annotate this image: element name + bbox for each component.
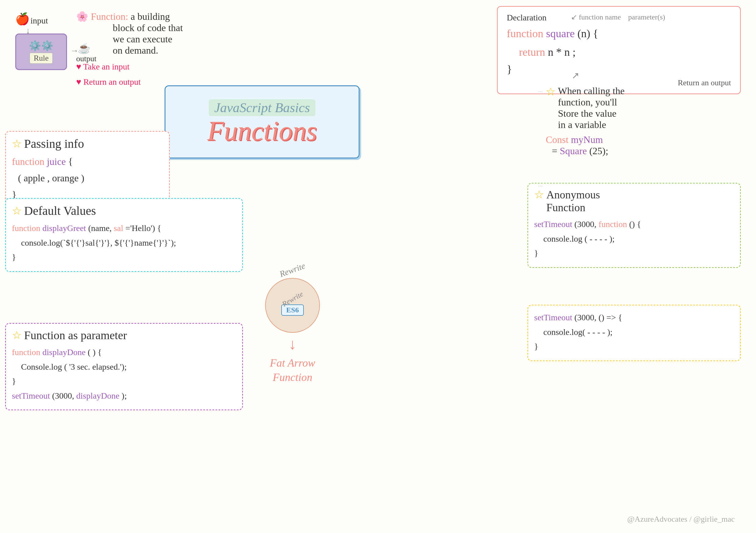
my-num: myNum <box>571 134 603 145</box>
const-code: Const myNum = Square (25); <box>546 134 741 157</box>
fat-arrow-code: setTimeout (3000, () => { console.log( -… <box>534 310 734 354</box>
anon-set: setTimeout <box>534 219 574 229</box>
anon-title: ☆ AnonymousFunction <box>534 188 734 214</box>
dv-fn-kw: function <box>12 224 42 233</box>
function-def-heading: 🌸 Function: a building block of code tha… <box>76 11 253 56</box>
anon-line1: setTimeout (3000, function () { <box>534 217 734 232</box>
declaration-label: Declaration <box>507 13 547 22</box>
passing-line2: ( apple , orange ) <box>12 170 163 186</box>
default-line2: console.log(`${'{'}sal{'}'}, ${'{'}name{… <box>12 236 236 250</box>
dots-mid: ··· <box>4 195 8 202</box>
dv-params: (name, <box>88 224 114 233</box>
fp-line4: setTimeout (3000, displayDone ); <box>12 388 236 403</box>
default-line1: function displayGreet (name, sal ='Hello… <box>12 221 236 236</box>
anon-args1: (3000, <box>574 219 599 229</box>
decl-code-line2: return n * n ; <box>507 43 731 62</box>
fp-line1: function displayDone ( ) { <box>12 345 236 360</box>
fat-set: setTimeout <box>534 313 574 322</box>
title-subtitle: JavaScript Basics <box>209 99 315 116</box>
title-box: JavaScript Basics Functions <box>165 85 360 158</box>
connection-arrow: ↗ <box>572 70 579 81</box>
fat-line1: setTimeout (3000, () => { <box>534 310 734 325</box>
fp-fn-name: displayDone <box>42 347 88 357</box>
function-title: Function: <box>91 11 128 22</box>
decl-code-line3: } <box>507 62 731 77</box>
rewrite-down-arrow: ↓ <box>241 335 344 353</box>
input-label: input <box>31 16 48 26</box>
dots-right1: ··· <box>538 183 543 190</box>
default-star: ☆ <box>12 204 22 217</box>
when-text: When calling thefunction, you'llStore th… <box>558 85 625 130</box>
fn-param-star: ☆ <box>12 329 22 342</box>
fp-set-kw: setTimeout <box>12 391 52 400</box>
machine-box: ⚙️⚙️ Rule <box>15 34 67 70</box>
decl-code-line1: function square (n) { <box>507 24 731 43</box>
dots-right2: ··· <box>538 88 543 95</box>
when-calling-box: ☆ When calling thefunction, you'llStore … <box>546 85 741 157</box>
fp-semi: ); <box>122 391 127 400</box>
passing-info-title: ☆ Passing info <box>12 137 163 151</box>
fp-fn-ref: displayDone <box>76 391 120 400</box>
credit-text: @AzureAdvocates / @girlie_mac <box>627 515 735 523</box>
credit: @AzureAdvocates / @girlie_mac <box>627 515 735 524</box>
when-calling-header: ☆ When calling thefunction, you'llStore … <box>546 85 741 130</box>
const-kw: Const <box>546 134 571 145</box>
functions-text: Functions <box>207 116 317 146</box>
dots-top-left: ··· <box>4 131 8 138</box>
fn-name-label-arrow: ↙ function name parameter(s) <box>571 13 665 22</box>
apple-icon: 🍎 <box>15 12 30 26</box>
rewrite-area: Rewrite Rewrite ES6 ↓ Fat ArrowFunction <box>241 265 344 385</box>
kw-return: return <box>519 46 548 58</box>
passing-title-text: Passing info <box>24 137 84 151</box>
rewrite-circle: Rewrite ES6 <box>265 278 320 333</box>
fp-set-args: (3000, <box>52 391 76 400</box>
anon-title-text: AnonymousFunction <box>546 188 600 214</box>
title-functions: Functions <box>207 117 317 145</box>
passing-star: ☆ <box>12 137 22 150</box>
js-basics-text: JavaScript Basics <box>214 100 310 115</box>
fat-line3: } <box>534 339 734 354</box>
equals: = <box>552 146 560 156</box>
return-expr: n * n ; <box>548 46 576 58</box>
dv-sal: sal <box>114 224 123 233</box>
function-definition: 🌸 Function: a building block of code tha… <box>76 11 253 90</box>
anon-code: setTimeout (3000, function () { console.… <box>534 217 734 260</box>
fn-param-title-text: Function as parameter <box>24 329 127 342</box>
fn-as-param-box: ☆ Function as parameter function display… <box>5 323 243 410</box>
anon-star: ☆ <box>534 188 544 201</box>
fn-juice: juice <box>47 156 68 167</box>
fn-param-code: function displayDone ( ) { Console.log (… <box>12 345 236 403</box>
fp-line3: } <box>12 374 236 388</box>
dv-fn-name: displayGreet <box>42 224 88 233</box>
fn-params: (n) { <box>578 27 598 40</box>
passing-code: function juice { ( apple , orange ) } <box>12 153 163 203</box>
const-line1: Const myNum <box>546 134 741 146</box>
anon-fn-kw: function <box>599 219 627 229</box>
anon-function-box: ☆ AnonymousFunction setTimeout (3000, fu… <box>527 183 741 268</box>
gear-icons: ⚙️⚙️ <box>29 40 53 51</box>
passing-line1: function juice { <box>12 153 163 170</box>
declaration-box: Declaration ↙ function name parameter(s)… <box>497 6 741 94</box>
fn-square: square <box>546 27 578 40</box>
rule-label: Rule <box>30 53 52 64</box>
default-code: function displayGreet (name, sal ='Hello… <box>12 221 236 264</box>
fat-args1: (3000, () => { <box>574 313 622 322</box>
default-values-box: ☆ Default Values function displayGreet (… <box>5 198 243 272</box>
fn-kw: function <box>12 156 47 167</box>
fat-arrow-label: Fat ArrowFunction <box>241 356 344 385</box>
anon-fn-open: () { <box>629 219 641 229</box>
bullet1: ♥ Take an input <box>76 59 253 74</box>
fat-line2: console.log( - - - - ); <box>534 325 734 339</box>
fp-params: ( ) { <box>88 347 102 357</box>
fp-line2: Console.log ( '3 sec. elapsed.'); <box>12 360 236 374</box>
fat-arrow-box: setTimeout (3000, () => { console.log( -… <box>527 305 741 361</box>
default-line3: } <box>12 250 236 264</box>
dv-default: ='Hello') { <box>125 224 161 233</box>
default-title-text: Default Values <box>24 203 96 218</box>
square-args: (25); <box>589 146 608 156</box>
declaration-header: Declaration ↙ function name parameter(s) <box>507 13 731 22</box>
function-label: 🌸 <box>76 11 91 22</box>
const-line2: = Square (25); <box>546 146 741 157</box>
fn-param-title: ☆ Function as parameter <box>12 329 236 342</box>
square-call: Square <box>560 146 587 156</box>
